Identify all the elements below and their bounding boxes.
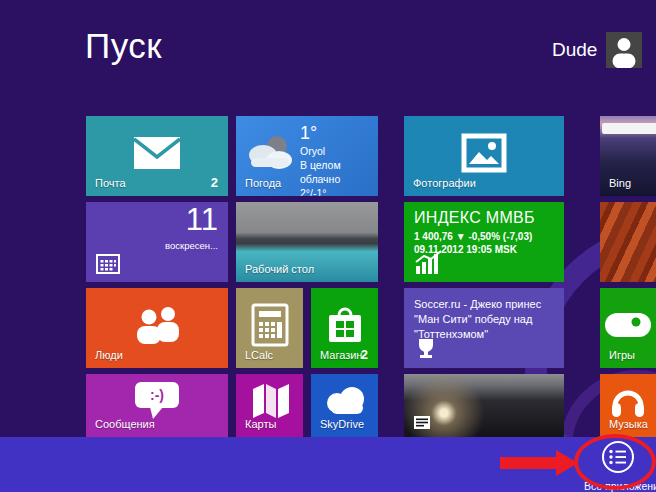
tile-label: Магазин: [320, 349, 362, 361]
tile-photos[interactable]: Фотографии: [404, 116, 564, 196]
headphones-icon: [609, 382, 647, 418]
tile-messaging[interactable]: :-) Сообщения: [86, 374, 228, 437]
mail-icon: [133, 136, 181, 170]
user-name: Dude: [552, 39, 597, 61]
tile-label: LCalc: [245, 349, 273, 361]
tile-label: Карты: [245, 418, 276, 430]
tile-label: Рабочий стол: [245, 263, 314, 275]
sport-headline: Soccer.ru - Джеко принес "Ман Сити" побе…: [414, 297, 556, 342]
tile-label: Сообщения: [95, 418, 155, 430]
tile-news[interactable]: [404, 374, 564, 437]
photo-icon: [461, 133, 507, 173]
weather-high-low: 2°/-1°: [300, 186, 378, 196]
tile-games[interactable]: Игры: [600, 288, 656, 368]
trophy-icon: [414, 337, 438, 361]
emoticon-text: :-): [150, 387, 164, 403]
tile-weather[interactable]: 1° Oryol В целом облачно 2°/-1° Погода: [236, 116, 378, 196]
tile-label: Почта: [95, 177, 126, 189]
tile-finance[interactable]: ИНДЕКС ММВБ 1 400,76 ▼ -0,50% (-7,03) 09…: [404, 202, 564, 282]
tile-label: Погода: [245, 177, 281, 189]
annotation-ellipse: [574, 434, 656, 490]
bing-search-bar: [602, 123, 656, 134]
tile-maps[interactable]: Карты: [236, 374, 303, 437]
tile-label: Музыка: [609, 418, 648, 430]
user-account-button[interactable]: Dude: [552, 32, 642, 68]
unread-badge: 2: [211, 175, 218, 190]
tile-music[interactable]: Музыка: [600, 374, 656, 437]
calendar-day: 11: [186, 202, 218, 238]
calendar-icon: [96, 254, 120, 274]
gamepad-icon: [603, 310, 653, 340]
finance-index-name: ИНДЕКС ММВБ: [414, 209, 535, 227]
tile-label: Игры: [609, 349, 635, 361]
weather-temp: 1°: [300, 122, 378, 144]
chat-bubble-icon: :-): [132, 380, 182, 420]
annotation-arrow-head: [556, 450, 578, 476]
cloud-icon: [321, 385, 369, 415]
person-icon: [606, 32, 642, 68]
weather-summary: 1° Oryol В целом облачно 2°/-1°: [300, 122, 378, 196]
annotation-arrow: [500, 457, 556, 469]
news-icon: [414, 416, 430, 429]
map-icon: [249, 382, 291, 418]
tile-people[interactable]: Люди: [86, 288, 228, 368]
page-title: Пуск: [85, 26, 162, 66]
tile-label: Bing: [609, 177, 631, 189]
chart-icon: [414, 250, 444, 274]
updates-badge: 2: [361, 347, 368, 362]
tile-label: Фотографии: [413, 177, 476, 189]
calculator-icon: [251, 303, 289, 347]
tile-skydrive[interactable]: SkyDrive: [311, 374, 378, 437]
tile-label: SkyDrive: [320, 418, 364, 430]
tile-sport[interactable]: Soccer.ru - Джеко принес "Ман Сити" побе…: [404, 288, 564, 368]
tile-lcalc[interactable]: LCalc: [236, 288, 303, 368]
cloud-moon-icon: [246, 132, 296, 174]
tile-label: Люди: [95, 349, 123, 361]
calendar-weekday: воскресен...: [165, 240, 218, 251]
tile-desktop[interactable]: Рабочий стол: [236, 202, 378, 282]
avatar: [606, 32, 642, 68]
store-bag-icon: [322, 304, 368, 346]
finance-quote: 1 400,76 ▼ -0,50% (-7,03): [414, 231, 532, 242]
tile-calendar[interactable]: 11 воскресен...: [86, 202, 228, 282]
tile-travel[interactable]: [600, 202, 656, 282]
start-screen: Пуск Dude Почта 2 1° Oryol В целом облач…: [0, 0, 656, 492]
weather-city: Oryol: [300, 144, 378, 158]
weather-condition: В целом облачно: [300, 158, 378, 186]
tile-mail[interactable]: Почта 2: [86, 116, 228, 196]
tile-store[interactable]: Магазин 2: [311, 288, 378, 368]
tile-bing[interactable]: Bing: [600, 116, 656, 196]
people-icon: [130, 306, 184, 344]
